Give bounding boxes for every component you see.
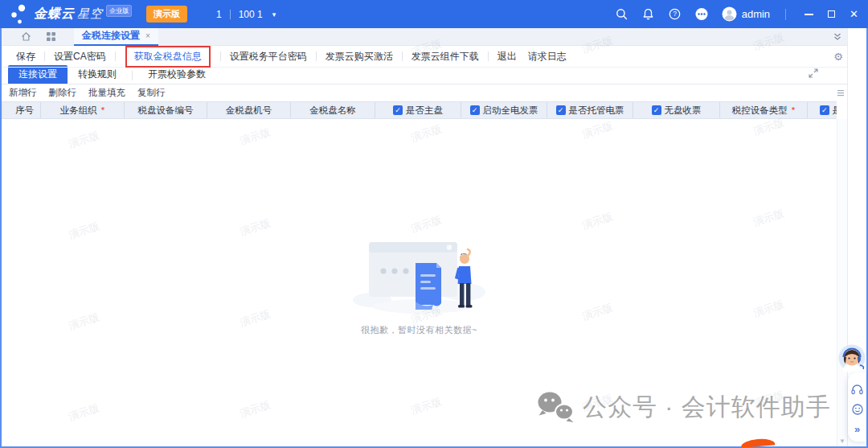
header-label: 金税盘名称 xyxy=(309,105,356,117)
toolbar-button-7[interactable]: 退出 xyxy=(497,50,517,64)
window-controls-separator xyxy=(785,9,786,20)
toolbar-separator xyxy=(402,51,403,61)
app-menu-grid-icon[interactable] xyxy=(46,31,56,42)
avatar xyxy=(722,6,737,22)
scrollbar-down-arrow-icon[interactable]: ▼ xyxy=(837,438,847,445)
footer-watermark-text: 公众号 · 会计软件助手 xyxy=(583,391,831,424)
header-label: 是否主盘 xyxy=(406,105,443,117)
svg-text:?: ? xyxy=(673,10,677,18)
grid-toolbar-button-1[interactable]: 新增行 xyxy=(9,87,37,99)
header-label: 税控设备类型 xyxy=(732,105,788,117)
header-label: 序号 xyxy=(15,105,34,117)
headphones-icon[interactable] xyxy=(851,384,863,395)
header-label: 是 xyxy=(833,105,837,117)
tab-label: 金税连接设置 xyxy=(82,29,140,43)
toolbar-button-1[interactable]: 保存 xyxy=(16,50,35,64)
toolbar-button-4[interactable]: 设置税务平台密码 xyxy=(230,50,307,64)
header-label: 是否托管电票 xyxy=(569,105,624,117)
brand-product: 星空 xyxy=(77,6,103,22)
toolbar-buttons: 保存设置CA密码获取金税盘信息设置税务平台密码发票云购买激活发票云组件下载退出请… xyxy=(16,46,567,68)
org-number: 1 xyxy=(216,9,222,20)
username: admin xyxy=(742,8,770,20)
org-switcher[interactable]: 1 100 1 ▾ xyxy=(216,9,276,20)
table-header-row: 序号业务组织*税盘设备编号金税盘机号金税盘名称✓是否主盘✓启动全电发票✓是否托管… xyxy=(2,101,837,119)
app-window: 金蝶云 星空 企业版 演示版 1 100 1 ▾ ? xyxy=(0,0,868,448)
grid-toolbar-button-2[interactable]: 删除行 xyxy=(49,87,77,99)
toolbar-separator xyxy=(44,51,45,61)
required-asterisk: * xyxy=(101,105,104,115)
document-tabstrip: 金税连接设置 × xyxy=(2,28,847,46)
toolbar: 保存设置CA密码获取金税盘信息设置税务平台密码发票云购买激活发票云组件下载退出请… xyxy=(2,46,847,68)
minimize-button[interactable] xyxy=(805,14,813,15)
assistant-panel: » xyxy=(848,372,866,442)
kingdee-logo-icon xyxy=(6,2,31,27)
header-checkbox[interactable]: ✓ xyxy=(820,105,829,115)
header-cell-11: ✓是 xyxy=(808,102,837,118)
toolbar-separator xyxy=(488,51,489,61)
grid-options-icon[interactable] xyxy=(837,88,845,98)
maximize-button[interactable] xyxy=(828,10,835,18)
chevron-down-icon: ▾ xyxy=(272,10,276,18)
user-menu[interactable]: admin xyxy=(722,6,770,22)
header-cell-2: 业务组织* xyxy=(41,102,125,118)
toolbar-separator xyxy=(316,51,317,61)
edition-badge: 企业版 xyxy=(106,5,132,17)
header-cell-4: 金税盘机号 xyxy=(207,102,291,118)
assistant-dots-icon[interactable] xyxy=(695,8,708,21)
subtab-separator xyxy=(132,71,133,80)
grid-toolbar-button-4[interactable]: 复制行 xyxy=(137,87,166,99)
header-label: 启动全电发票 xyxy=(483,105,538,117)
expand-fullscreen-icon[interactable] xyxy=(809,68,818,80)
empty-state-illustration xyxy=(351,236,488,316)
toolbar-button-8[interactable]: 请求日志 xyxy=(528,50,567,64)
orange-logo-fragment xyxy=(741,438,776,448)
brand-name: 金蝶云 xyxy=(34,6,75,23)
titlebar: 金蝶云 星空 企业版 演示版 1 100 1 ▾ ? xyxy=(0,0,868,28)
grid-toolbar-button-3[interactable]: 批量填充 xyxy=(88,87,125,99)
header-cell-7: ✓启动全电发票 xyxy=(461,102,547,118)
collapse-panel-icon[interactable]: » xyxy=(854,424,860,434)
close-button[interactable]: ✕ xyxy=(850,9,858,19)
empty-state-message: 很抱歉，暂时没有相关数据~ xyxy=(361,324,477,336)
toolbar-button-2[interactable]: 设置CA密码 xyxy=(54,50,106,64)
toolbar-separator xyxy=(220,51,221,61)
tab-close-icon[interactable]: × xyxy=(145,31,150,40)
header-checkbox[interactable]: ✓ xyxy=(393,105,403,115)
header-checkbox[interactable]: ✓ xyxy=(470,105,480,115)
red-highlight-box: 获取金税盘信息 xyxy=(125,46,211,68)
main-area: 金税连接设置 × 保存设置CA密码获取金税盘信息设置税务平台密码发票云购买激活发… xyxy=(2,28,847,446)
window-controls: ✕ xyxy=(805,9,858,19)
subtab-3[interactable]: 开票校验参数 xyxy=(137,65,216,84)
wechat-icon xyxy=(537,390,575,424)
subtab-list: 连接设置转换规则开票校验参数 xyxy=(8,65,216,84)
vertical-scrollbar[interactable]: ▼ xyxy=(837,119,847,446)
search-icon[interactable] xyxy=(616,8,628,21)
org-separator xyxy=(230,10,231,19)
home-icon[interactable] xyxy=(21,31,31,42)
right-sidebar: » xyxy=(847,28,866,446)
grid-toolbar-buttons: 新增行删除行批量填充复制行 xyxy=(9,87,166,99)
toolbar-button-3[interactable]: 获取金税盘信息 xyxy=(134,50,202,64)
toolbar-settings-gear-icon[interactable]: ⚙ xyxy=(833,51,843,63)
collapse-tabs-icon[interactable] xyxy=(833,32,842,42)
titlebar-actions: ? admin ✕ xyxy=(616,6,858,22)
brand: 金蝶云 星空 xyxy=(34,6,103,23)
smiley-icon[interactable] xyxy=(852,404,863,415)
toolbar-button-5[interactable]: 发票云购买激活 xyxy=(326,50,393,64)
header-cell-3: 税盘设备编号 xyxy=(125,102,207,118)
required-asterisk: * xyxy=(792,105,795,115)
header-checkbox[interactable]: ✓ xyxy=(556,105,566,115)
subtab-1[interactable]: 连接设置 xyxy=(8,65,68,84)
header-label: 无盘收票 xyxy=(665,105,702,117)
subtab-2[interactable]: 转换规则 xyxy=(68,65,127,84)
help-icon[interactable]: ? xyxy=(669,8,682,21)
tab-gold-tax-connection-settings[interactable]: 金税连接设置 × xyxy=(74,28,158,46)
assistant-avatar[interactable] xyxy=(838,344,866,372)
header-cell-6: ✓是否主盘 xyxy=(375,102,461,118)
header-label: 税盘设备编号 xyxy=(138,105,194,117)
notification-bell-icon[interactable] xyxy=(642,8,655,21)
header-checkbox[interactable]: ✓ xyxy=(652,105,661,115)
header-cell-8: ✓是否托管电票 xyxy=(547,102,633,118)
toolbar-button-6[interactable]: 发票云组件下载 xyxy=(411,50,479,64)
demo-badge: 演示版 xyxy=(146,6,187,23)
